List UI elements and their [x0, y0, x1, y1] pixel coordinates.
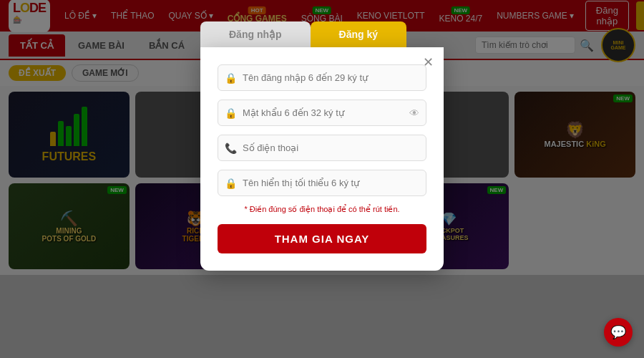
tab-login[interactable]: Đăng nhập — [200, 21, 311, 47]
modal-tabs: Đăng nhập Đăng ký — [200, 21, 444, 47]
phone-icon: 📞 — [225, 142, 237, 154]
hint-text: * Điền đúng số điện thoại để có thể rút … — [218, 205, 426, 214]
username-input[interactable] — [218, 64, 426, 91]
lock-icon-username: 🔒 — [225, 72, 237, 84]
displayname-input[interactable] — [218, 170, 426, 196]
username-field-group: 🔒 — [218, 64, 426, 91]
password-field-group: 🔒 👁 — [218, 100, 426, 126]
register-modal: ✕ 🔒 🔒 👁 📞 🔒 * Điền đúng số điện thoại để… — [200, 47, 444, 271]
password-input[interactable] — [218, 100, 426, 126]
overlay: Đăng nhập Đăng ký ✕ 🔒 🔒 👁 📞 🔒 — [0, 0, 644, 358]
submit-button[interactable]: THAM GIA NGAY — [218, 224, 426, 253]
phone-field-group: 📞 — [218, 135, 426, 161]
phone-input[interactable] — [218, 135, 426, 161]
displayname-field-group: 🔒 — [218, 170, 426, 196]
tab-register[interactable]: Đăng ký — [311, 21, 406, 47]
chat-bubble[interactable]: 💬 — [604, 318, 633, 347]
eye-icon[interactable]: 👁 — [409, 107, 419, 119]
lock-icon-password: 🔒 — [225, 107, 237, 119]
lock-icon-displayname: 🔒 — [225, 178, 237, 189]
modal-container: Đăng nhập Đăng ký ✕ 🔒 🔒 👁 📞 🔒 — [200, 21, 444, 271]
